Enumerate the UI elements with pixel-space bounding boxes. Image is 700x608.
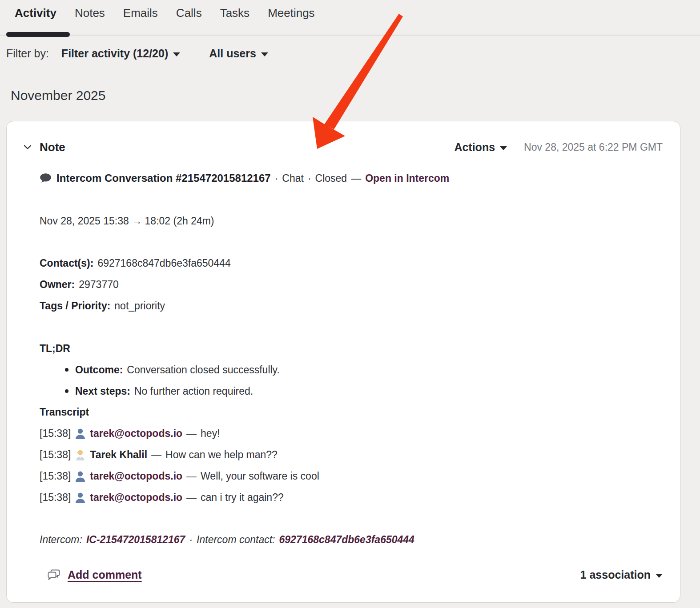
chevron-down-icon <box>500 146 507 150</box>
detail-row-contacts: Contact(s): 6927168c847db6e3fa650444 <box>40 256 231 270</box>
message-text: Well, your software is cool <box>201 469 319 483</box>
tldr-heading: TL;DR <box>40 342 70 355</box>
speaker-name[interactable]: tarek@octopods.io <box>90 427 182 440</box>
tab-calls[interactable]: Calls <box>176 6 202 20</box>
associations-label: 1 association <box>580 568 651 581</box>
bust-silhouette-emoji <box>75 428 86 440</box>
conversation-title-line: Intercom Conversation #215472015812167 ·… <box>40 172 449 185</box>
note-card-header: Note Actions Nov 28, 2025 at 6:22 PM GMT <box>23 138 663 156</box>
separator-dash: — <box>186 469 197 483</box>
activity-page: Activity Notes Emails Calls Tasks Meetin… <box>0 0 700 608</box>
month-heading: November 2025 <box>11 88 105 103</box>
filter-users-label: All users <box>209 47 256 60</box>
header-right-group: Actions Nov 28, 2025 at 6:22 PM GMT <box>454 141 663 154</box>
chevron-down-icon <box>656 574 663 578</box>
bullet-dot <box>65 389 68 393</box>
person-emoji <box>75 449 86 461</box>
message-time: [15:38] <box>40 448 71 461</box>
speaker-name[interactable]: tarek@octopods.io <box>90 469 182 483</box>
message-text: can i try it again?? <box>201 491 284 504</box>
comments-icon <box>47 568 61 581</box>
separator-dash: — <box>186 427 197 440</box>
bust-silhouette-emoji <box>75 492 86 504</box>
tab-meetings[interactable]: Meetings <box>268 6 315 20</box>
speech-bubble-icon <box>40 173 52 184</box>
detail-label: Owner: <box>40 278 75 291</box>
tab-activity[interactable]: Activity <box>15 6 56 20</box>
filter-users-dropdown[interactable]: All users <box>209 47 268 60</box>
chevron-down-icon <box>173 52 180 56</box>
time-range: Nov 28, 2025 15:38 → 18:02 (2h 24m) <box>40 214 214 228</box>
transcript-line: [15:38] tarek@octopods.io — Well, your s… <box>40 469 319 483</box>
tldr-bullet-next-steps: Next steps: No further action required. <box>65 384 253 398</box>
channel-label: Chat <box>282 172 304 185</box>
status-label: Closed <box>315 172 347 185</box>
intercom-refs-line: Intercom: IC-215472015812167 · Intercom … <box>40 533 414 546</box>
detail-row-owner: Owner: 2973770 <box>40 278 119 291</box>
message-text: hey! <box>201 427 220 440</box>
intercom-contact-label: Intercom contact: <box>197 533 275 546</box>
note-card-footer: Add comment 1 association <box>47 565 663 584</box>
speaker-name: Tarek Khalil <box>90 448 147 461</box>
tldr-bullet-outcome: Outcome: Conversation closed successfull… <box>65 363 280 376</box>
tabs-divider <box>0 35 700 36</box>
filter-activity-dropdown[interactable]: Filter activity (12/20) <box>61 47 180 60</box>
tab-emails[interactable]: Emails <box>123 6 158 20</box>
message-time: [15:38] <box>40 469 71 483</box>
open-in-intercom-link[interactable]: Open in Intercom <box>365 172 449 185</box>
message-text: How can we help man?? <box>165 448 278 461</box>
transcript-line: [15:38] tarek@octopods.io — hey! <box>40 427 220 440</box>
transcript-line: [15:38] tarek@octopods.io — can i try it… <box>40 491 284 504</box>
transcript-heading: Transcript <box>40 405 89 419</box>
actions-dropdown[interactable]: Actions <box>454 141 507 154</box>
filter-bar: Filter by: Filter activity (12/20) All u… <box>6 47 268 60</box>
message-time: [15:38] <box>40 491 71 504</box>
filter-activity-label: Filter activity (12/20) <box>61 47 168 60</box>
message-time: [15:38] <box>40 427 71 440</box>
tab-tasks[interactable]: Tasks <box>220 6 249 20</box>
separator-dot: · <box>275 172 278 185</box>
intercom-id-link[interactable]: IC-215472015812167 <box>86 533 185 546</box>
separator-dash: — <box>351 172 361 185</box>
detail-label: Tags / Priority: <box>40 299 110 312</box>
intercom-contact-id-link[interactable]: 6927168c847db6e3fa650444 <box>279 533 414 546</box>
add-comment-button[interactable]: Add comment <box>47 568 142 581</box>
add-comment-label: Add comment <box>68 568 142 581</box>
bullet-dot <box>65 368 68 372</box>
note-timestamp: Nov 28, 2025 at 6:22 PM GMT <box>524 141 663 153</box>
collapse-chevron-icon[interactable] <box>23 142 32 152</box>
chevron-down-icon <box>261 52 268 56</box>
active-tab-underline <box>6 32 70 37</box>
separator-dash: — <box>186 491 197 504</box>
bust-silhouette-emoji <box>75 470 86 482</box>
detail-value: not_priority <box>114 299 165 312</box>
transcript-line: [15:38] Tarek Khalil — How can we help m… <box>40 448 278 461</box>
detail-label: Contact(s): <box>40 256 93 270</box>
actions-label: Actions <box>454 141 495 154</box>
associations-dropdown[interactable]: 1 association <box>580 568 663 581</box>
bullet-label: Next steps: <box>75 384 130 398</box>
detail-value: 2973770 <box>79 278 119 291</box>
bullet-label: Outcome: <box>75 363 123 376</box>
bullet-text: Conversation closed successfully. <box>127 363 279 376</box>
detail-value: 6927168c847db6e3fa650444 <box>97 256 230 270</box>
conversation-name: Intercom Conversation #215472015812167 <box>56 172 271 185</box>
filter-by-label: Filter by: <box>6 47 49 60</box>
object-tabs: Activity Notes Emails Calls Tasks Meetin… <box>15 6 315 20</box>
note-card: Note Actions Nov 28, 2025 at 6:22 PM GMT… <box>6 121 680 603</box>
separator-dot: · <box>189 533 193 546</box>
tab-notes[interactable]: Notes <box>75 6 105 20</box>
separator-dash: — <box>151 448 161 461</box>
speaker-name[interactable]: tarek@octopods.io <box>90 491 182 504</box>
detail-row-tags-priority: Tags / Priority: not_priority <box>40 299 165 312</box>
separator-dot: · <box>308 172 311 185</box>
bullet-text: No further action required. <box>134 384 253 398</box>
note-type-label: Note <box>40 140 65 154</box>
intercom-label: Intercom: <box>40 533 82 546</box>
